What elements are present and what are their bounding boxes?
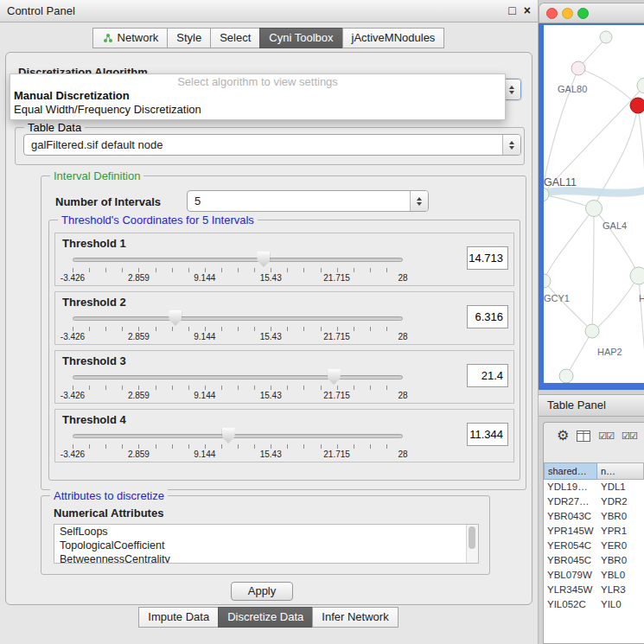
tab-discretize-data[interactable]: Discretize Data — [218, 607, 313, 628]
table-panel-window: ⚙ ☑☑ ☑☑ shared… n… YDL19…YDL1 YDR27…YDR2… — [543, 422, 644, 644]
select-all-checkboxes-icon[interactable]: ☑☑ — [598, 431, 614, 441]
top-tab-bar: Network Style Select Cyni Toolbox jActiv… — [0, 28, 538, 48]
node-label-gal80: GAL80 — [558, 84, 587, 94]
threshold-2-value-field[interactable]: 6.316 — [467, 305, 508, 328]
node-gal80[interactable] — [571, 61, 585, 75]
threshold-panel-1: Threshold 1 -3.426 2.859 9.144 15.43 21.… — [54, 233, 514, 286]
numerical-attributes-label: Numerical Attributes — [54, 507, 163, 520]
node[interactable] — [600, 31, 612, 43]
slider-thumb[interactable] — [257, 252, 270, 267]
float-window-icon[interactable]: □ — [508, 3, 515, 17]
node-label-gal4: GAL4 — [603, 220, 627, 231]
slider-thumb[interactable] — [222, 428, 235, 443]
minimize-traffic-button[interactable] — [562, 8, 573, 19]
threshold-1-slider[interactable]: -3.426 2.859 9.144 15.43 21.715 28 — [73, 252, 403, 284]
table-row[interactable]: YBR043CYBR0 — [544, 509, 644, 524]
tab-infer-network[interactable]: Infer Network — [312, 607, 398, 628]
combo-arrows-icon — [502, 135, 520, 155]
threshold-panel-3: Threshold 3 -3.426 2.859 9.144 15.43 21.… — [54, 350, 514, 404]
tab-cyni-toolbox[interactable]: Cyni Toolbox — [259, 28, 342, 48]
slider-track[interactable] — [73, 434, 403, 438]
table-data-combo[interactable]: galFiltered.sif default node — [23, 134, 521, 156]
tab-select[interactable]: Select — [210, 28, 260, 48]
node[interactable] — [630, 267, 644, 284]
table-row[interactable]: YDL19…YDL1 — [544, 480, 644, 494]
slider-track[interactable] — [73, 316, 403, 321]
tab-label: Impute Data — [148, 610, 209, 623]
slider-track[interactable] — [73, 375, 403, 379]
attributes-group-title: Attributes to discretize — [50, 489, 168, 502]
table-row[interactable]: YBR045CYBR0 — [544, 553, 644, 568]
threshold-3-value-field[interactable]: 21.4 — [467, 364, 508, 387]
slider-ticks — [73, 268, 403, 272]
columns-icon[interactable] — [577, 430, 590, 442]
algorithm-dropdown-popup: Select algorithm to view settings Manual… — [10, 73, 506, 120]
scrollbar-thumb[interactable] — [469, 526, 475, 549]
number-of-intervals-label: Number of Intervals — [55, 195, 161, 208]
threshold-4-value-field[interactable]: 11.344 — [467, 423, 508, 446]
slider-tick-labels: -3.426 2.859 9.144 15.43 21.715 28 — [73, 332, 403, 342]
number-of-intervals-combo[interactable]: 5 — [187, 190, 429, 212]
threshold-panel-2: Threshold 2 -3.426 2.859 9.144 15.43 21.… — [54, 291, 514, 345]
zoom-traffic-button[interactable] — [577, 8, 589, 19]
tab-label: Style — [176, 31, 201, 44]
tab-label: Network — [118, 31, 159, 44]
tab-label: Cyni Toolbox — [269, 31, 333, 44]
tab-label: Discretize Data — [227, 610, 303, 623]
right-region: GAL80 GAL11 GAL4 GCY1 HAP2 H Table Panel… — [539, 0, 644, 644]
dropdown-item-equal-width-frequency[interactable]: Equal Width/Frequency Discretization — [10, 103, 505, 117]
threshold-2-slider[interactable]: -3.426 2.859 9.144 15.43 21.715 28 — [73, 310, 403, 343]
tab-label: Select — [220, 31, 251, 44]
table-data-group-title: Table Data — [24, 121, 85, 134]
control-panel-titlebar: Control Panel □× — [0, 0, 538, 22]
tab-impute-data[interactable]: Impute Data — [138, 607, 219, 628]
tab-network[interactable]: Network — [92, 28, 169, 48]
table-row[interactable]: YBL079WYBL0 — [544, 568, 644, 583]
list-item-topologicalcoefficient[interactable]: TopologicalCoefficient — [54, 539, 478, 552]
threshold-4-slider[interactable]: -3.426 2.859 9.144 15.43 21.715 28 — [73, 428, 403, 461]
network-graph: GAL80 GAL11 GAL4 GCY1 HAP2 H — [544, 25, 644, 383]
gear-icon[interactable]: ⚙ — [557, 429, 569, 443]
table-row[interactable]: YLR345WYLR3 — [544, 583, 644, 597]
slider-tick-labels: -3.426 2.859 9.144 15.43 21.715 28 — [73, 450, 403, 460]
threshold-panel-4: Threshold 4 -3.426 2.859 9.144 15.43 21.… — [54, 409, 514, 462]
attributes-scrollbar[interactable] — [466, 525, 478, 563]
node[interactable] — [637, 78, 644, 93]
network-canvas[interactable]: GAL80 GAL11 GAL4 GCY1 HAP2 H — [544, 25, 644, 383]
node-label-partial: H — [639, 293, 644, 303]
dropdown-item-manual-discretization[interactable]: Manual Discretization — [10, 89, 505, 103]
close-icon[interactable]: × — [524, 3, 531, 17]
selected-red-node[interactable] — [630, 98, 644, 113]
network-icon — [102, 33, 114, 43]
column-header-name[interactable]: n… — [597, 462, 644, 480]
threshold-3-slider[interactable]: -3.426 2.859 9.144 15.43 21.715 28 — [73, 369, 403, 402]
attributes-group: Attributes to discretize Numerical Attri… — [41, 495, 490, 575]
slider-thumb[interactable] — [169, 310, 182, 326]
slider-thumb[interactable] — [328, 369, 341, 385]
node-hap2[interactable] — [585, 324, 599, 338]
table-row[interactable]: YDR27…YDR2 — [544, 494, 644, 509]
tab-style[interactable]: Style — [167, 28, 211, 48]
table-row[interactable]: YIL052CYIL0 — [544, 597, 644, 612]
table-rows: YDL19…YDL1 YDR27…YDR2 YBR043CYBR0 YPR145… — [544, 480, 644, 643]
table-panel-title: Table Panel — [547, 399, 606, 411]
table-panel-header: Table Panel — [539, 394, 644, 417]
control-panel-window: Control Panel □× Network Style Select Cy… — [0, 0, 539, 644]
tab-jactivemnodules[interactable]: jActiveMNodules — [342, 28, 445, 48]
table-row[interactable]: YPR145WYPR1 — [544, 524, 644, 539]
column-header-shared-name[interactable]: shared… — [544, 462, 597, 480]
interval-definition-group: Interval Definition Number of Intervals … — [41, 175, 526, 490]
node[interactable] — [559, 369, 573, 383]
list-item-selfloops[interactable]: SelfLoops — [54, 525, 478, 539]
threshold-1-value-field[interactable]: 14.713 — [467, 246, 508, 270]
window-title: Control Panel — [7, 0, 75, 22]
slider-track[interactable] — [73, 258, 403, 262]
apply-button[interactable]: Apply — [231, 582, 293, 601]
node-gal4[interactable] — [586, 201, 603, 217]
list-item-betweennesscentrality[interactable]: BetweennessCentrality — [54, 552, 478, 564]
dropdown-placeholder-item: Select algorithm to view settings — [10, 74, 505, 89]
node-gcy1[interactable] — [544, 274, 551, 288]
close-traffic-button[interactable] — [546, 8, 558, 19]
table-row[interactable]: YER054CYER0 — [544, 539, 644, 553]
checkbox-icon-partial[interactable]: ☑☑ — [622, 431, 637, 441]
